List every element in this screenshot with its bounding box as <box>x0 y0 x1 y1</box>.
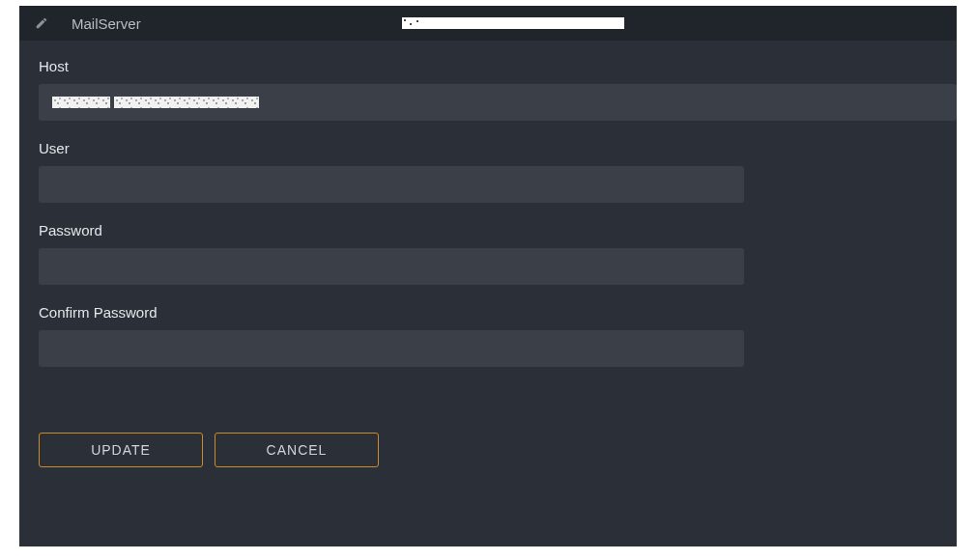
confirm-password-field-group: Confirm Password <box>39 304 937 367</box>
host-input[interactable] <box>39 84 957 121</box>
panel-title: MailServer <box>72 15 141 32</box>
host-field-group: Host <box>39 58 937 121</box>
password-field-group: Password <box>39 222 937 285</box>
password-input[interactable] <box>39 248 744 285</box>
user-label: User <box>39 140 937 156</box>
mailserver-edit-panel: MailServer Host User Password Confirm Pa… <box>19 6 957 546</box>
panel-subtitle-redacted <box>402 17 624 29</box>
host-label: Host <box>39 58 937 74</box>
update-button[interactable]: UPDATE <box>39 433 203 467</box>
cancel-button[interactable]: CANCEL <box>215 433 379 467</box>
confirm-password-label: Confirm Password <box>39 304 937 321</box>
form-body: Host User Password Confirm Password UPDA… <box>19 41 957 546</box>
user-field-group: User <box>39 140 937 203</box>
user-input[interactable] <box>39 166 744 203</box>
confirm-password-input[interactable] <box>39 330 744 367</box>
edit-icon <box>35 16 48 30</box>
host-value-redacted-part1 <box>52 97 110 108</box>
host-value-redacted-part2 <box>114 97 259 108</box>
button-row: UPDATE CANCEL <box>39 433 937 467</box>
panel-header: MailServer <box>19 6 957 41</box>
password-label: Password <box>39 222 937 238</box>
